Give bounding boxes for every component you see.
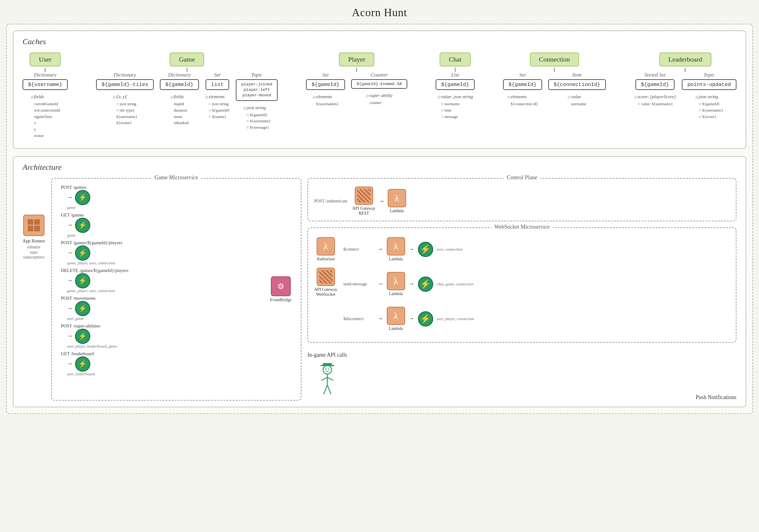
- cache-group-connection: Connection Set ${gameId} elements ${conn…: [503, 53, 606, 107]
- lambda-icon-games: ⚡: [75, 190, 90, 205]
- cache-entity-chat: Chat: [440, 53, 471, 66]
- cache-entity-game: Game: [170, 53, 204, 66]
- svg-line-7: [327, 377, 334, 380]
- eventbridge-label: EventBridge: [270, 297, 292, 302]
- authorizer-icon: [317, 237, 335, 255]
- cache-entity-user: User: [30, 53, 61, 66]
- svg-point-3: [325, 368, 326, 369]
- eventbridge-icon: ⚙: [271, 276, 291, 296]
- cache-entity-player: Player: [339, 53, 374, 66]
- lambda-icon-superabilities: ⚡: [75, 329, 90, 344]
- svg-line-6: [321, 377, 327, 380]
- caches-section: Caches User Dictionary ${username} field…: [13, 30, 746, 149]
- control-plane-title: Control Plane: [504, 174, 540, 181]
- architecture-section: Architecture App Runner initializetopics…: [13, 156, 746, 407]
- cache-entity-leaderboard: Leaderboard: [659, 53, 711, 66]
- lambda-icon-movements: ⚡: [75, 301, 90, 316]
- ingame-api-label: In-game API calls: [307, 352, 347, 358]
- main-container: Caches User Dictionary ${username} field…: [6, 24, 753, 414]
- svg-point-4: [328, 368, 330, 369]
- cache-group-chat: Chat List ${gameId} value: json string ○…: [436, 53, 475, 120]
- game-microservice-title: Game Microservice: [152, 174, 201, 181]
- lambda-cp-icon: [388, 189, 406, 207]
- websocket-title: WebSocket Microservice: [491, 224, 552, 230]
- svg-rect-0: [323, 363, 332, 365]
- game-microservice-box: Game Microservice POST /games → ⚡ game G…: [51, 178, 301, 400]
- caches-label: Caches: [22, 37, 737, 46]
- bolt-sendmsg-icon: ⚡: [418, 277, 433, 292]
- architecture-label: Architecture: [22, 163, 737, 172]
- person-figure: [315, 361, 340, 400]
- cache-row: User Dictionary ${username} fields curre…: [22, 53, 737, 139]
- bolt-connect-icon: ⚡: [418, 242, 433, 257]
- cache-group-player: Player Set ${gameId} elements ${username…: [306, 53, 407, 107]
- cache-entity-connection: Connection: [530, 53, 579, 66]
- svg-point-2: [323, 365, 332, 374]
- lambda-sendmsg-icon: [387, 272, 405, 290]
- lambda-icon-leaderboard: ⚡: [75, 357, 90, 372]
- cache-group-game: Game Dictionary ${gameId}-tiles £x, y£ ○…: [96, 53, 278, 131]
- lambda-icon-getgames: ⚡: [75, 218, 90, 233]
- app-runner-label: App Runner: [22, 239, 45, 244]
- lambda-connect-icon: [387, 237, 405, 255]
- lambda-icon-removeplayer: ⚡: [75, 273, 90, 288]
- svg-line-9: [327, 385, 331, 394]
- push-notifications-label: Push Notifications: [696, 394, 737, 400]
- lambda-disconnect-icon: [387, 307, 405, 325]
- cache-group-leaderboard: Leaderboard Sorted Set ${gameId} score: …: [634, 53, 737, 120]
- api-gw-ws-icon: [317, 268, 335, 286]
- page-title: Acorn Hunt: [6, 6, 753, 19]
- control-plane-box: Control Plane POST /authenticate API Gat…: [307, 178, 737, 221]
- lambda-icon-addplayer: ⚡: [75, 246, 90, 261]
- api-gateway-rest-icon: [355, 187, 373, 205]
- cache-group-user: User Dictionary ${username} fields curre…: [22, 53, 68, 139]
- app-runner-icon: [23, 215, 45, 236]
- websocket-microservice-box: WebSocket Microservice Authorizer: [307, 227, 737, 343]
- bolt-disconnect-icon: ⚡: [418, 311, 433, 326]
- app-runner-sublabel: initializetopicsubscriptions: [23, 245, 45, 260]
- svg-line-8: [324, 385, 327, 394]
